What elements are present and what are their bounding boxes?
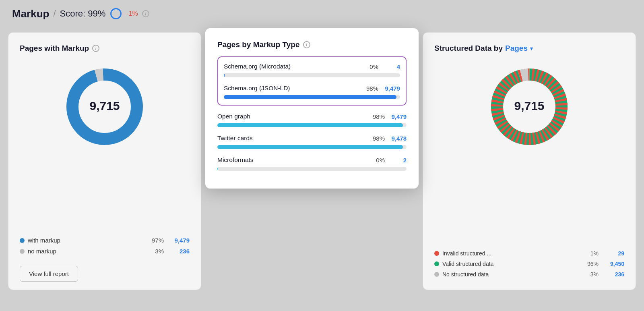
- microdata-bar-fill: [224, 73, 225, 77]
- svg-text:9,715: 9,715: [514, 99, 544, 112]
- markup-row-jsonld: Schema.org (JSON-LD) 98% 9,479: [224, 85, 400, 99]
- legend-pct-no-markup: 3%: [155, 248, 164, 255]
- left-card-title: Pages with Markup i: [20, 44, 99, 53]
- legend-pct-with-markup: 97%: [152, 237, 164, 244]
- pages-by-markup-type-card: Pages by Markup Type i Schema.org (Micro…: [205, 28, 419, 189]
- legend-item-valid: Valid structured data 96% 9,450: [434, 261, 624, 267]
- twitter-bar-track: [217, 145, 407, 149]
- legend-pct-valid: 96%: [587, 261, 599, 267]
- legend-dot-no-markup: [20, 249, 25, 254]
- right-legend: Invalid structured ... 1% 29 Valid struc…: [434, 250, 624, 282]
- legend-pct-no-structured: 3%: [590, 271, 599, 278]
- jsonld-bar-track: [224, 95, 400, 99]
- left-card-title-text: Pages with Markup: [20, 44, 89, 53]
- header-score: Score: 99%: [60, 8, 106, 19]
- svg-text:9,715: 9,715: [89, 99, 120, 112]
- left-donut-chart: 9,715: [20, 62, 190, 151]
- microformats-bar-fill: [217, 167, 218, 171]
- svg-point-1: [111, 9, 121, 19]
- legend-label-invalid: Invalid structured ...: [442, 250, 587, 257]
- legend-dot-invalid: [434, 251, 439, 256]
- left-legend: with markup 97% 9,479 no markup 3% 236: [20, 237, 190, 259]
- open-graph-label: Open graph: [217, 113, 250, 120]
- open-graph-bar-fill: [217, 123, 403, 127]
- legend-label-no-structured: No structured data: [442, 271, 587, 278]
- twitter-cards-pct: 98%: [373, 135, 385, 142]
- score-change: -1%: [126, 10, 138, 17]
- legend-pct-invalid: 1%: [590, 250, 599, 257]
- jsonld-pct: 98%: [366, 85, 378, 92]
- right-donut-svg: 9,715: [485, 62, 574, 151]
- info-icon-left[interactable]: i: [92, 45, 99, 52]
- page-title: Markup: [12, 8, 49, 20]
- legend-item-with-markup: with markup 97% 9,479: [20, 237, 190, 244]
- legend-count-with-markup: 9,479: [172, 237, 190, 244]
- markup-row-microdata: Schema.org (Microdata) 0% 4: [224, 63, 400, 77]
- legend-item-invalid: Invalid structured ... 1% 29: [434, 250, 624, 257]
- legend-label-no-markup: no markup: [28, 248, 152, 255]
- microformats-pct: 0%: [376, 157, 385, 164]
- cards-container: Pages with Markup i 9,715 with markup 97…: [8, 32, 636, 303]
- chevron-down-icon[interactable]: ▾: [530, 46, 533, 52]
- legend-count-no-markup: 236: [172, 248, 190, 255]
- score-ring-icon: [109, 7, 122, 20]
- jsonld-bar-fill: [224, 95, 396, 99]
- microdata-bar-track: [224, 73, 400, 77]
- info-icon-middle[interactable]: i: [303, 41, 310, 48]
- middle-card-title: Pages by Markup Type i: [217, 40, 407, 49]
- legend-label-with-markup: with markup: [28, 237, 149, 244]
- right-card-title: Structured Data by Pages ▾: [434, 44, 533, 53]
- open-graph-count: 9,479: [389, 113, 407, 120]
- twitter-cards-label: Twitter cards: [217, 135, 253, 142]
- legend-item-no-markup: no markup 3% 236: [20, 248, 190, 255]
- legend-count-no-structured: 236: [607, 271, 624, 278]
- pages-link[interactable]: Pages: [505, 44, 528, 53]
- markup-row-open-graph: Open graph 98% 9,479: [217, 113, 407, 127]
- legend-label-valid: Valid structured data: [442, 261, 584, 267]
- structured-data-card: Structured Data by Pages ▾ 9,715 Invalid…: [423, 32, 636, 290]
- open-graph-pct: 98%: [373, 113, 385, 120]
- legend-dot-with-markup: [20, 238, 25, 243]
- legend-count-invalid: 29: [607, 250, 624, 257]
- twitter-bar-fill: [217, 145, 403, 149]
- right-card-title-text: Structured Data by: [434, 44, 503, 53]
- right-donut-chart: 9,715: [434, 62, 624, 151]
- pages-with-markup-card: Pages with Markup i 9,715 with markup 97…: [8, 32, 201, 290]
- jsonld-count: 9,479: [382, 85, 400, 92]
- legend-item-no-structured: No structured data 3% 236: [434, 271, 624, 278]
- left-donut-svg: 9,715: [60, 62, 149, 151]
- microformats-count: 2: [389, 157, 407, 164]
- microformats-label: Microformats: [217, 156, 254, 164]
- twitter-cards-count: 9,478: [389, 135, 407, 142]
- jsonld-label: Schema.org (JSON-LD): [224, 85, 290, 92]
- legend-dot-valid: [434, 261, 439, 266]
- highlighted-markup-group: Schema.org (Microdata) 0% 4 Schema.org (…: [217, 56, 407, 106]
- open-graph-bar-track: [217, 123, 407, 127]
- microformats-bar-track: [217, 167, 407, 171]
- info-icon-header[interactable]: i: [142, 10, 149, 17]
- header-slash: /: [53, 8, 56, 19]
- view-full-report-button[interactable]: View full report: [20, 266, 78, 282]
- middle-card-title-text: Pages by Markup Type: [217, 40, 300, 49]
- legend-dot-no-structured: [434, 272, 439, 277]
- legend-count-valid: 9,450: [607, 261, 624, 267]
- microdata-label: Schema.org (Microdata): [224, 63, 291, 70]
- page-header: Markup / Score: 99% -1% i: [12, 7, 149, 20]
- microdata-count: 4: [382, 63, 400, 70]
- markup-row-microformats: Microformats 0% 2: [217, 156, 407, 171]
- microdata-pct: 0%: [369, 63, 378, 70]
- markup-row-twitter: Twitter cards 98% 9,478: [217, 135, 407, 149]
